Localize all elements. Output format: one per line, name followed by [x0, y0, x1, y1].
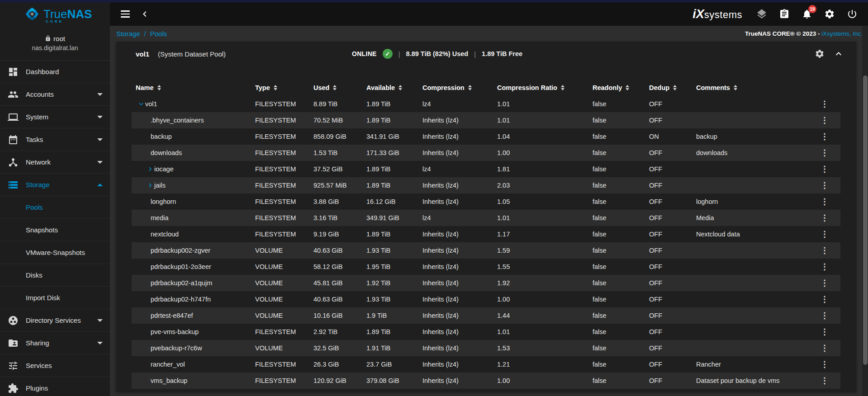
cell-compression: Inherits (lz4) — [422, 117, 497, 124]
row-actions-kebab-icon[interactable]: ⋮ — [817, 132, 832, 141]
breadcrumb-pools-link[interactable]: Pools — [150, 30, 167, 38]
sidebar-item-storage[interactable]: Storage — [0, 174, 110, 196]
expand-toggle-icon[interactable] — [137, 100, 145, 108]
sidebar-item-vmware-snapshots[interactable]: VMware-Snapshots — [0, 241, 110, 264]
table-row: .bhyve_containers FILESYSTEM 70.52 MiB 1… — [116, 112, 856, 128]
sidebar-item-import-disk[interactable]: Import Disk — [0, 287, 110, 309]
chevron-down-icon — [97, 116, 103, 118]
truecommand-icon[interactable] — [756, 8, 768, 20]
table-row: pdrbackup002-zgver VOLUME 40.63 GiB 1.93… — [116, 242, 856, 259]
sidebar-item-snapshots[interactable]: Snapshots — [0, 219, 110, 241]
row-actions-kebab-icon[interactable]: ⋮ — [817, 262, 832, 272]
chevron-up-icon — [97, 184, 103, 186]
sidebar-item-directory-services[interactable]: Directory Services — [0, 309, 110, 332]
services-icon — [8, 360, 19, 371]
sort-icon — [274, 85, 277, 90]
column-header-compression[interactable]: Compression — [422, 84, 497, 91]
sidebar-item-services[interactable]: Services — [0, 354, 110, 377]
sidebar-item-label: VMware-Snapshots — [26, 249, 85, 256]
sort-icon — [398, 85, 402, 90]
row-actions-kebab-icon[interactable]: ⋮ — [817, 180, 832, 190]
cell-dedup: OFF — [649, 247, 696, 254]
row-actions-kebab-icon[interactable]: ⋮ — [817, 115, 832, 125]
breadcrumb-storage-link[interactable]: Storage — [116, 30, 140, 38]
sidebar-item-system[interactable]: System — [0, 106, 110, 128]
sidebar-item-sharing[interactable]: Sharing — [0, 332, 110, 354]
sidebar-item-network[interactable]: Network — [0, 151, 110, 174]
collapse-chevron-up-icon[interactable] — [833, 48, 844, 60]
row-actions-kebab-icon[interactable]: ⋮ — [817, 197, 832, 207]
column-header-dedup[interactable]: Dedup — [649, 84, 696, 91]
notification-count-badge: 19 — [808, 5, 816, 13]
sidebar-item-plugins[interactable]: Plugins — [0, 377, 110, 396]
table-row: vms_backup FILESYSTEM 120.92 GiB 379.08 … — [116, 372, 856, 389]
tasks-clipboard-icon[interactable] — [778, 8, 790, 20]
sort-icon — [561, 85, 564, 90]
cell-comments: downloads — [696, 149, 793, 156]
cell-name: iocage — [116, 165, 255, 173]
menu-toggle-button[interactable] — [120, 9, 131, 19]
power-icon[interactable] — [846, 8, 858, 20]
column-header-type[interactable]: Type — [255, 84, 313, 91]
cell-dedup: OFF — [649, 198, 696, 205]
row-actions-kebab-icon[interactable]: ⋮ — [817, 213, 832, 223]
sort-icon — [157, 85, 161, 90]
cell-type: FILESYSTEM — [255, 149, 313, 156]
back-icon[interactable] — [139, 8, 151, 20]
settings-gear-icon[interactable] — [824, 8, 835, 20]
row-actions-kebab-icon[interactable]: ⋮ — [817, 294, 832, 304]
row-actions-kebab-icon[interactable]: ⋮ — [817, 359, 832, 369]
row-actions-kebab-icon[interactable]: ⋮ — [817, 327, 832, 337]
user-block: root nas.digitalrat.lan — [0, 26, 110, 61]
sidebar-item-accounts[interactable]: Accounts — [0, 83, 110, 106]
cell-dedup: OFF — [649, 328, 696, 335]
row-actions-kebab-icon[interactable]: ⋮ — [817, 148, 832, 158]
cell-name: pdrbackup002-zgver — [116, 247, 255, 254]
table-row: jails FILESYSTEM 925.57 MiB 1.89 TiB Inh… — [116, 177, 856, 193]
column-header-comments[interactable]: Comments — [696, 84, 793, 91]
sidebar-item-dashboard[interactable]: Dashboard — [0, 61, 110, 83]
cell-type: VOLUME — [255, 279, 313, 287]
cell-comments: loghorn — [696, 198, 793, 205]
cell-dedup: OFF — [649, 377, 696, 384]
chevron-down-icon — [97, 319, 103, 322]
notifications-bell-icon[interactable]: 19 — [801, 8, 813, 20]
row-actions-kebab-icon[interactable]: ⋮ — [817, 229, 832, 239]
truenas-diamond-icon — [24, 6, 40, 22]
row-actions-kebab-icon[interactable]: ⋮ — [817, 343, 832, 353]
row-actions-kebab-icon[interactable]: ⋮ — [817, 99, 832, 109]
lock-icon — [45, 35, 51, 42]
row-actions-kebab-icon[interactable]: ⋮ — [817, 164, 832, 174]
sidebar-item-pools[interactable]: Pools — [0, 196, 110, 219]
cell-name: pdrbackup01-2o3eer — [116, 263, 255, 270]
table-body: vol1 FILESYSTEM 8.89 TiB 1.89 TiB lz4 1.… — [116, 96, 856, 389]
row-actions-kebab-icon[interactable]: ⋮ — [817, 278, 832, 288]
hostname: nas.digitalrat.lan — [32, 44, 78, 52]
expand-toggle-icon[interactable] — [146, 181, 154, 189]
row-actions-kebab-icon[interactable]: ⋮ — [817, 376, 832, 386]
cell-compression-ratio: 1.44 — [497, 312, 593, 319]
column-header-compression-ratio[interactable]: Compression Ratio — [497, 84, 593, 91]
cell-compression-ratio: 1.01 — [497, 100, 593, 108]
cell-name: pvebackup-r7c6w — [116, 344, 255, 352]
column-header-used[interactable]: Used — [313, 84, 366, 91]
pool-settings-gear-icon[interactable] — [814, 48, 825, 60]
cell-used: 3.16 TiB — [313, 214, 366, 222]
cell-used: 1.53 TiB — [313, 149, 366, 156]
sort-icon — [673, 85, 677, 90]
table-row: downloads FILESYSTEM 1.53 TiB 171.33 GiB… — [116, 145, 856, 161]
cell-available: 1.9 TiB — [366, 312, 422, 319]
column-header-available[interactable]: Available — [366, 84, 422, 91]
row-actions-kebab-icon[interactable]: ⋮ — [817, 311, 832, 321]
expand-toggle-icon[interactable] — [146, 165, 154, 173]
sidebar-item-disks[interactable]: Disks — [0, 264, 110, 287]
ixsystems-link[interactable]: iXsystems, Inc. — [821, 30, 863, 37]
column-header-name[interactable]: Name — [116, 84, 255, 91]
scrollbar-thumb[interactable] — [863, 75, 868, 365]
sidebar-item-tasks[interactable]: Tasks — [0, 128, 110, 151]
cell-compression: lz4 — [422, 100, 497, 108]
cell-dedup: OFF — [649, 214, 696, 222]
cell-compression-ratio: 1.01 — [497, 117, 593, 124]
column-header-readonly[interactable]: Readonly — [593, 84, 649, 91]
row-actions-kebab-icon[interactable]: ⋮ — [817, 245, 832, 255]
